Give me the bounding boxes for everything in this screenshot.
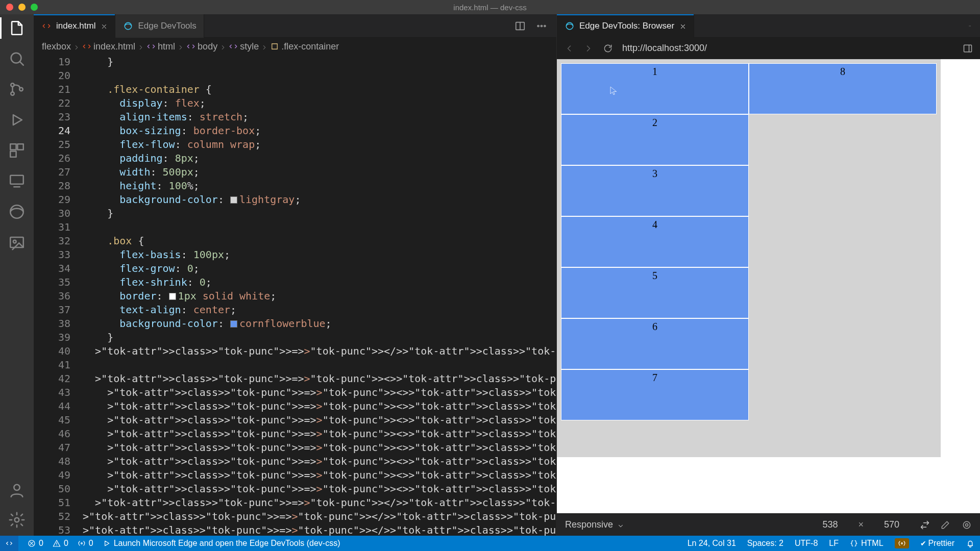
- svg-point-16: [541, 25, 543, 27]
- zoom-window-button[interactable]: [31, 4, 38, 11]
- breadcrumb-item[interactable]: index.html: [93, 41, 135, 52]
- language-mode[interactable]: HTML: [850, 539, 884, 548]
- flex-box: 5: [561, 267, 749, 318]
- dock-icon[interactable]: [963, 43, 973, 54]
- encoding[interactable]: UTF-8: [795, 539, 818, 548]
- eol[interactable]: LF: [829, 539, 839, 548]
- language-label: HTML: [861, 539, 884, 548]
- editor-tab-bar: index.html Edge DevTools: [34, 14, 556, 38]
- breadcrumb[interactable]: flexbox index.html html body style .flex…: [34, 38, 556, 55]
- swap-dimensions-icon[interactable]: [920, 520, 930, 530]
- window-titlebar: index.html — dev-css: [0, 0, 980, 14]
- tab-edge-devtools[interactable]: Edge DevTools: [115, 14, 204, 38]
- flex-box: 8: [749, 63, 937, 114]
- problems-warnings[interactable]: 0: [53, 539, 68, 548]
- viewport-width-input[interactable]: [812, 519, 848, 530]
- flex-box: 4: [561, 216, 749, 267]
- remote-explorer-icon[interactable]: [8, 172, 26, 190]
- images-icon[interactable]: [8, 234, 26, 251]
- port-count: 0: [89, 539, 93, 548]
- html-file-icon: [42, 21, 51, 31]
- url-field[interactable]: http://localhost:3000/: [622, 43, 953, 54]
- run-debug-icon[interactable]: [8, 111, 26, 129]
- browser-address-bar: http://localhost:3000/: [557, 38, 980, 59]
- breadcrumb-item[interactable]: html: [158, 41, 175, 52]
- window-controls: [0, 4, 38, 11]
- chevron-right-icon: [261, 43, 268, 50]
- braces-icon: [850, 539, 858, 547]
- chevron-down-icon: [617, 521, 624, 529]
- close-window-button[interactable]: [6, 4, 13, 11]
- svg-point-13: [125, 22, 132, 30]
- tab-label: Edge DevTools: Browser: [579, 21, 674, 31]
- minimize-window-button[interactable]: [18, 4, 26, 11]
- error-icon: [28, 539, 36, 547]
- code-content[interactable]: } .flex-container { display: flex; align…: [83, 55, 556, 536]
- more-actions-icon[interactable]: [969, 20, 980, 32]
- code-editor[interactable]: 1920212223242526272829303132333435363738…: [34, 55, 556, 536]
- play-icon: [103, 539, 111, 547]
- viewport-height-input[interactable]: [874, 519, 910, 530]
- edit-pen-icon[interactable]: [940, 520, 950, 530]
- settings-gear-icon[interactable]: [8, 511, 26, 529]
- go-live[interactable]: [895, 538, 909, 548]
- bell-icon[interactable]: [966, 539, 975, 548]
- more-actions-icon[interactable]: [536, 20, 547, 32]
- chevron-right-icon: [73, 43, 80, 50]
- svg-point-11: [14, 485, 19, 490]
- split-editor-icon[interactable]: [514, 20, 526, 32]
- svg-point-15: [537, 25, 539, 27]
- remote-indicator[interactable]: [0, 536, 18, 551]
- antenna-icon: [78, 539, 86, 547]
- edge-icon: [124, 21, 133, 31]
- svg-point-17: [544, 25, 546, 27]
- responsive-mode-select[interactable]: Responsive: [565, 519, 624, 530]
- breadcrumb-item[interactable]: body: [198, 41, 217, 52]
- dimension-x-icon: ×: [858, 519, 864, 530]
- svg-rect-6: [10, 151, 16, 157]
- reload-icon[interactable]: [603, 43, 613, 54]
- tab-index-html[interactable]: index.html: [34, 14, 115, 38]
- accounts-icon[interactable]: [8, 482, 26, 499]
- responsive-mode-label: Responsive: [565, 519, 613, 530]
- target-icon[interactable]: [962, 520, 972, 530]
- breadcrumb-item[interactable]: flexbox: [42, 41, 71, 52]
- launch-edge-task[interactable]: Launch Microsoft Edge and open the Edge …: [103, 539, 340, 548]
- close-tab-icon[interactable]: [679, 22, 687, 30]
- close-tab-icon[interactable]: [101, 22, 108, 30]
- tab-edge-devtools-browser[interactable]: Edge DevTools: Browser: [557, 14, 694, 38]
- problems-errors[interactable]: 0: [28, 539, 43, 548]
- cursor-position[interactable]: Ln 24, Col 31: [688, 539, 736, 548]
- svg-point-12: [15, 518, 19, 522]
- html-file-icon: [82, 42, 91, 51]
- extensions-icon[interactable]: [8, 142, 26, 159]
- chevron-right-icon: [177, 43, 184, 50]
- symbol-icon: [186, 42, 195, 51]
- indentation[interactable]: Spaces: 2: [747, 539, 783, 548]
- breadcrumb-item[interactable]: style: [240, 41, 259, 52]
- ports-forwarded[interactable]: 0: [78, 539, 93, 548]
- back-icon[interactable]: [564, 43, 574, 54]
- preview-viewport[interactable]: 1 2 3 4 5 6 7 8: [557, 59, 980, 513]
- breadcrumb-item[interactable]: .flex-container: [281, 41, 339, 52]
- edge-tools-icon[interactable]: [8, 203, 26, 220]
- browser-tab-bar: Edge DevTools: Browser: [557, 14, 980, 38]
- error-count: 0: [39, 539, 43, 548]
- warning-count: 0: [64, 539, 68, 548]
- svg-rect-4: [10, 144, 16, 149]
- svg-point-10: [13, 240, 16, 243]
- launch-label: Launch Microsoft Edge and open the Edge …: [114, 539, 340, 548]
- svg-rect-18: [272, 44, 278, 49]
- source-control-icon[interactable]: [8, 81, 26, 98]
- svg-rect-23: [964, 45, 972, 52]
- explorer-icon[interactable]: [8, 19, 26, 37]
- flex-box: 6: [561, 318, 749, 369]
- svg-point-22: [970, 26, 971, 26]
- chevron-right-icon: [137, 43, 144, 50]
- flex-box: 3: [561, 165, 749, 216]
- search-icon[interactable]: [8, 50, 26, 67]
- forward-icon[interactable]: [583, 43, 594, 54]
- svg-rect-5: [17, 144, 23, 149]
- symbol-icon: [146, 42, 156, 51]
- prettier-status[interactable]: Prettier: [920, 539, 954, 548]
